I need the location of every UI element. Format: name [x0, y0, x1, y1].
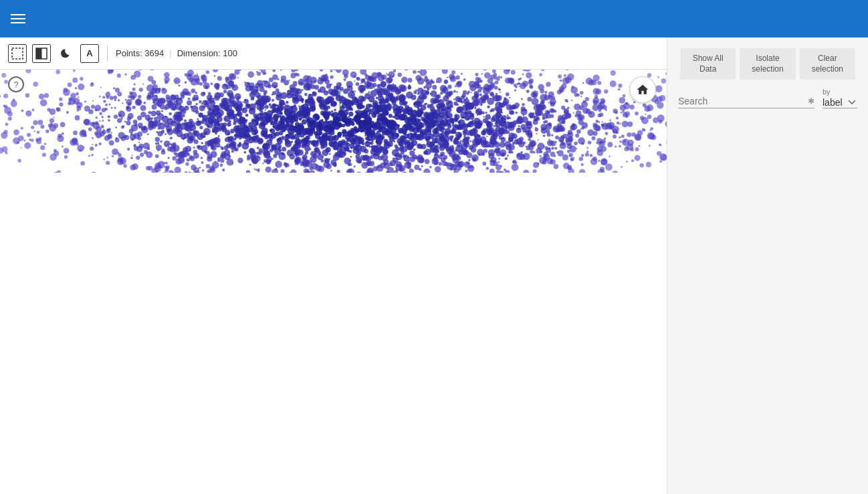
contrast-icon[interactable] — [32, 44, 51, 63]
search-input-wrap: ✱ — [678, 94, 815, 108]
search-group: ✱ — [678, 94, 815, 108]
search-by-select[interactable]: label index — [823, 97, 857, 108]
info-separator: | — [169, 48, 171, 58]
toolbar-info: Points: 3694 | Dimension: 100 — [116, 48, 237, 58]
selection-rect-icon[interactable] — [8, 44, 27, 63]
svg-rect-0 — [12, 48, 23, 59]
show-all-data-button[interactable]: Show All Data — [680, 48, 736, 80]
help-button[interactable]: ? — [8, 76, 24, 92]
search-by-label: by — [823, 88, 831, 96]
scatter-plot[interactable] — [0, 70, 667, 173]
isolate-selection-button[interactable]: Isolate selection — [740, 48, 795, 80]
points-info: Points: 3694 — [116, 48, 164, 58]
canvas-area: A Points: 3694 | Dimension: 100 ? — [0, 37, 667, 494]
dimension-info: Dimension: 100 — [177, 48, 237, 58]
plot-area: ? — [0, 70, 667, 175]
search-input[interactable] — [678, 96, 805, 106]
menu-button[interactable] — [11, 14, 25, 23]
search-asterisk: ✱ — [808, 96, 815, 106]
toolbar-divider — [107, 46, 108, 62]
sidebar-action-buttons: Show All Data Isolate selection Clear se… — [667, 37, 868, 85]
home-button[interactable] — [629, 76, 656, 103]
brightness-icon[interactable] — [56, 44, 75, 63]
clear-selection-button[interactable]: Clear selection — [800, 48, 855, 80]
search-by-group: by label index — [823, 88, 857, 108]
toolbar: A Points: 3694 | Dimension: 100 — [0, 37, 667, 70]
sidebar-search: ✱ by label index — [667, 85, 868, 119]
app-header — [0, 0, 868, 37]
sidebar: Show All Data Isolate selection Clear se… — [667, 37, 868, 494]
main-layout: A Points: 3694 | Dimension: 100 ? — [0, 37, 868, 494]
label-icon[interactable]: A — [80, 44, 99, 63]
